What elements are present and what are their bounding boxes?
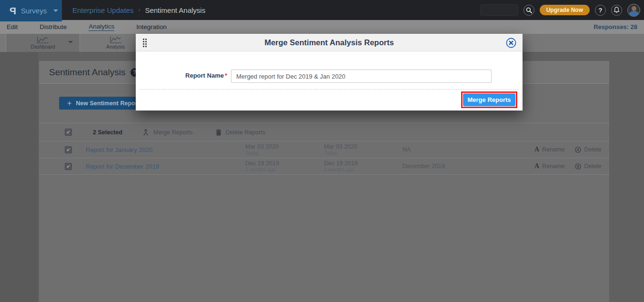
modal-title: Merge Sentiment Analysis Reports bbox=[264, 38, 394, 47]
search-icon bbox=[526, 7, 532, 13]
user-avatar[interactable] bbox=[627, 4, 640, 17]
modal-header: Merge Sentiment Analysis Reports bbox=[136, 34, 523, 51]
drag-handle-icon[interactable] bbox=[143, 39, 147, 47]
help-button[interactable]: ? bbox=[595, 5, 606, 16]
upgrade-now-button[interactable]: Upgrade Now bbox=[540, 5, 590, 15]
dashed-divider bbox=[140, 89, 519, 90]
merge-reports-submit-button[interactable]: Merge Reports bbox=[463, 93, 515, 106]
top-bar: P Surveys Enterprise Updates › Sentiment… bbox=[0, 0, 644, 20]
question-mark-icon: ? bbox=[599, 7, 603, 14]
chevron-down-icon bbox=[53, 10, 58, 12]
bell-icon bbox=[614, 7, 620, 13]
avatar-head bbox=[632, 6, 636, 11]
breadcrumb-survey-name[interactable]: Enterprise Updates bbox=[72, 6, 133, 14]
notifications-button[interactable] bbox=[611, 5, 622, 16]
close-button[interactable] bbox=[506, 38, 516, 48]
avatar-shoulders bbox=[629, 11, 639, 17]
merge-reports-modal: Merge Sentiment Analysis Reports Report … bbox=[136, 34, 523, 111]
breadcrumb-separator-icon: › bbox=[138, 7, 140, 13]
required-asterisk: * bbox=[225, 72, 227, 79]
report-name-label: Report Name* bbox=[136, 72, 227, 79]
product-name: Surveys bbox=[21, 7, 47, 15]
questionpro-logo-icon: P bbox=[10, 5, 16, 17]
breadcrumb: Enterprise Updates › Sentiment Analysis bbox=[72, 0, 205, 20]
report-name-input[interactable] bbox=[231, 70, 492, 83]
product-switcher[interactable]: P Surveys bbox=[0, 0, 62, 21]
search-input[interactable] bbox=[480, 4, 518, 16]
search-button[interactable] bbox=[523, 5, 534, 16]
close-icon bbox=[506, 38, 516, 48]
breadcrumb-current-page: Sentiment Analysis bbox=[145, 6, 205, 14]
